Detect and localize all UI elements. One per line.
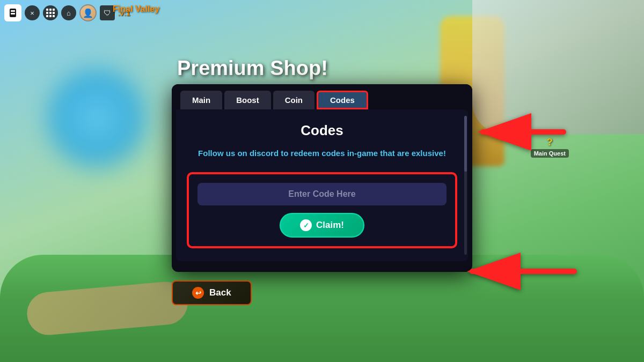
tabs-row: Main Boost Coin Codes <box>172 84 472 109</box>
back-button[interactable]: ↩ Back <box>172 280 252 305</box>
back-button-container: ↩ Back <box>172 280 252 305</box>
roblox-logo[interactable] <box>4 4 21 21</box>
arrow-indicator-top <box>472 110 569 156</box>
svg-rect-2 <box>11 13 15 14</box>
scrollbar[interactable] <box>464 116 467 255</box>
arrow-indicator-bottom <box>462 250 580 295</box>
tab-boost[interactable]: Boost <box>224 91 271 109</box>
modal-overlay: Premium Shop! Main Boost Coin Codes Code… <box>0 0 644 362</box>
game-title: Final Valley <box>113 4 159 14</box>
back-button-label: Back <box>209 287 231 298</box>
grid-menu-button[interactable] <box>43 5 58 20</box>
scrollbar-thumb <box>464 116 467 172</box>
code-input[interactable] <box>197 183 447 205</box>
codes-section-title: Codes <box>187 122 457 139</box>
avatar[interactable]: 👤 <box>79 4 97 21</box>
tab-main[interactable]: Main <box>180 91 222 109</box>
home-button[interactable]: ⌂ <box>61 5 76 20</box>
claim-button-label: Claim! <box>316 220 344 231</box>
codes-subtitle: Follow us on discord to redeem codes in-… <box>187 147 457 160</box>
modal-content: Codes Follow us on discord to redeem cod… <box>176 109 468 262</box>
codes-input-section: ✓ Claim! <box>187 172 457 248</box>
modal-title: Premium Shop! <box>177 57 328 80</box>
tab-coin[interactable]: Coin <box>273 91 314 109</box>
close-button[interactable]: × <box>25 5 40 20</box>
premium-shop-modal: Premium Shop! Main Boost Coin Codes Code… <box>172 57 472 306</box>
roblox-toolbar: × ⌂ 👤 🛡 .v:1 <box>4 4 130 21</box>
svg-rect-1 <box>11 10 15 12</box>
tab-codes[interactable]: Codes <box>317 91 368 109</box>
modal-window: Main Boost Coin Codes Codes Follow us on… <box>172 84 472 272</box>
back-arrow-icon: ↩ <box>192 287 204 299</box>
claim-button[interactable]: ✓ Claim! <box>280 213 364 238</box>
claim-checkmark-icon: ✓ <box>300 219 312 231</box>
